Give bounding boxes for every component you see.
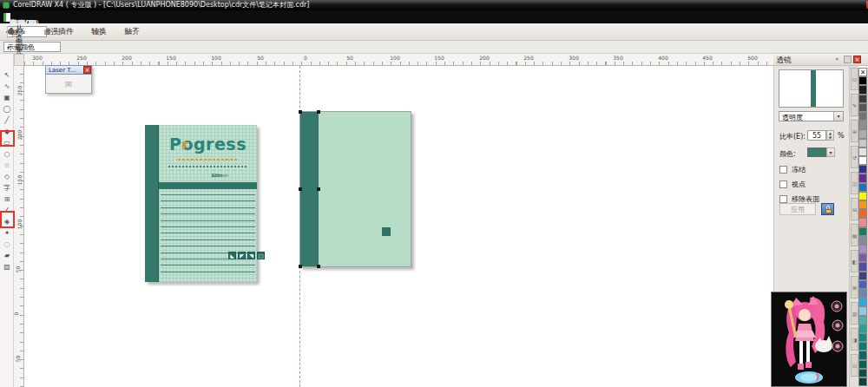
color-swatch[interactable] [858,218,867,226]
docker-tab[interactable]: ⊟ [851,198,858,220]
notebook-spine[interactable] [145,125,159,282]
selection-handle[interactable] [317,187,320,191]
docker-tab[interactable]: ◧ [851,250,858,272]
notebook-cover-plain[interactable] [299,111,411,267]
selection-handle[interactable] [317,265,320,268]
color-swatch[interactable] [858,262,867,271]
convert-button[interactable]: ▤转换 [85,25,113,39]
horizontal-ruler[interactable]: 3002502001501005005010015020025030035040… [24,54,773,66]
color-swatch[interactable] [858,112,867,121]
docker-tab[interactable]: ◨ [851,328,858,351]
no-color-swatch[interactable]: ✕ [858,68,867,76]
color-swatch[interactable] [858,245,867,253]
basic-shapes-tool-icon[interactable]: ◇ [0,171,14,182]
eyedropper-tool-icon[interactable]: ✦ [0,227,14,239]
laser-tool-icon-3[interactable]: + [65,80,72,89]
color-swatch[interactable] [858,183,867,192]
color-swatch[interactable] [858,121,867,129]
lens-type-dropdown[interactable]: 透明度 ▾ [779,111,844,121]
docker-tab[interactable]: ⊡ [851,68,858,90]
shape-tool-icon[interactable]: ∿ [0,81,14,92]
color-swatch[interactable] [858,253,867,262]
ratio-input[interactable]: 55 [807,130,826,141]
viewpoint-checkbox[interactable]: 视点 [779,180,847,192]
color-swatch[interactable] [858,280,867,289]
selection-handle[interactable] [299,110,302,114]
color-swatch[interactable] [858,165,867,174]
ruler-origin[interactable] [14,54,24,66]
freehand-tool-icon[interactable]: ╱ [0,115,14,126]
color-swatch[interactable] [858,227,867,236]
docker-tab[interactable]: ↺ [851,146,858,168]
docker-collapse-button[interactable] [844,56,852,63]
color-swatch[interactable] [858,76,867,85]
color-swatch[interactable] [858,306,867,315]
outline-tool-icon[interactable]: ◌ [0,239,14,250]
snap-button[interactable]: ⊞贴齐 [118,25,146,39]
fill-tool-icon[interactable]: ▰ [0,250,14,261]
color-swatch[interactable] [858,209,867,218]
sample-color-dropdown[interactable]: 示例颜色 ▾ [3,42,61,52]
color-swatch[interactable] [858,129,867,138]
notebook-cover[interactable]: Progress 9mm220mm ◣◤◥▢ [159,125,257,282]
color-swatch[interactable] [858,174,867,182]
color-swatch[interactable] [858,351,867,359]
ellipse-tool-icon[interactable]: ○ [0,148,14,160]
crop-tool-icon[interactable]: ▣ [0,92,14,103]
color-swatch[interactable] [858,342,867,351]
close-icon[interactable]: ✕ [83,66,91,74]
selection-handle[interactable] [299,265,302,268]
color-swatch[interactable] [858,103,867,112]
color-swatch[interactable] [858,377,867,386]
text-tool-icon[interactable]: 字 [0,182,14,194]
laser-tools-floating-toolbar[interactable]: Laser T... ✕ ◸◹+ [45,65,92,94]
selection-handle[interactable] [317,110,320,114]
color-swatch[interactable] [858,325,867,333]
remove-face-checkbox-box[interactable] [779,195,787,203]
color-swatch[interactable] [858,139,867,148]
color-swatch[interactable] [858,272,867,280]
docker-close-button[interactable]: ✕ [853,56,861,63]
notebook-cover-designed[interactable]: Progress 9mm220mm ◣◤◥▢ [145,125,257,282]
color-swatch[interactable] [858,85,867,94]
vertical-ruler[interactable]: 25020015010050050 [14,66,24,387]
color-swatch[interactable] [858,360,867,369]
ratio-spinner[interactable]: ▲▼ [826,130,834,141]
zoom-tool-icon[interactable]: ◯ [0,103,14,115]
color-swatch[interactable] [858,200,867,209]
docker-tab[interactable]: ⊡ [851,354,858,377]
pick-tool-icon[interactable]: ↖ [0,69,14,81]
chevron-down-icon: ▾ [7,44,10,50]
color-swatch[interactable] [858,236,867,245]
color-swatch[interactable] [858,369,867,377]
docker-tab[interactable]: ▤ [851,224,858,246]
docker-tab[interactable]: ⊠ [851,276,858,298]
chevron-down-icon[interactable]: ▾ [833,112,843,121]
notebook-spine-selected[interactable] [300,112,319,266]
docker-tab[interactable]: ✎ [851,94,858,116]
interactive-fill-tool-icon[interactable]: ▨ [0,261,14,272]
docker-tab[interactable]: ◫ [851,172,858,194]
polygon-tool-icon[interactable]: ☆ [0,160,14,171]
table-tool-icon[interactable]: ⊞ [0,194,14,205]
color-swatch[interactable] [858,316,867,325]
viewpoint-checkbox-box[interactable] [779,180,787,188]
chevron-right-icon[interactable]: » [835,56,838,62]
docker-tab[interactable]: ▥ [851,302,858,325]
freeze-checkbox[interactable]: 冻结 [779,165,847,177]
lens-color-swatch[interactable] [807,148,826,157]
small-teal-square[interactable] [382,227,391,236]
color-swatch[interactable] [858,289,867,298]
freeze-checkbox-box[interactable] [779,166,787,174]
docker-tab[interactable]: ⊞ [851,120,858,142]
color-swatch[interactable] [858,192,867,200]
apply-button[interactable]: 应用 [779,203,816,215]
color-swatch[interactable] [858,95,867,103]
color-swatch[interactable] [858,298,867,306]
selection-handle[interactable] [299,187,302,191]
color-swatch[interactable] [858,333,867,342]
lock-button[interactable] [821,203,834,215]
lens-color-dropdown[interactable]: ▾ [826,148,835,157]
color-swatch[interactable] [858,156,867,165]
color-swatch[interactable] [858,148,867,156]
